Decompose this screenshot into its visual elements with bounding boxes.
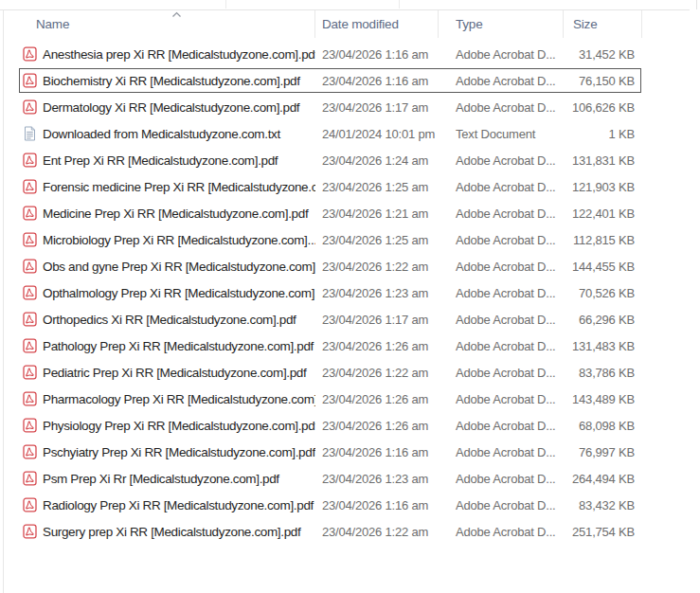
file-name-cell: Pathology Prep Xi RR [Medicalstudyzone.c… (4, 338, 315, 353)
file-row[interactable]: Ent Prep Xi RR [Medicalstudyzone.com].pd… (4, 147, 642, 173)
pdf-file-icon (23, 285, 37, 300)
file-row[interactable]: Downloaded from Medicalstudyzone.com.txt… (4, 120, 642, 147)
pdf-file-icon (23, 153, 37, 168)
file-date-modified: 23/04/2026 1:22 am (315, 260, 439, 274)
file-row[interactable]: Forensic medicine Prep Xi RR [Medicalstu… (4, 173, 642, 200)
column-header-size[interactable]: Size (564, 10, 642, 38)
file-type: Adobe Acrobat D... (439, 286, 564, 300)
file-name: Pediatric Prep Xi RR [Medicalstudyzone.c… (43, 366, 306, 380)
file-name-cell: Medicine Prep Xi RR [Medicalstudyzone.co… (4, 206, 315, 221)
file-date-modified: 23/04/2026 1:26 am (315, 392, 439, 406)
file-row[interactable]: Physiology Prep Xi RR [Medicalstudyzone.… (4, 412, 642, 439)
file-row[interactable]: Opthalmology Prep Xi RR [Medicalstudyzon… (4, 279, 642, 306)
file-date-modified: 23/04/2026 1:16 am (315, 498, 439, 512)
file-row[interactable]: Microbiology Prep Xi RR [Medicalstudyzon… (4, 226, 642, 253)
file-type: Adobe Acrobat D... (439, 180, 564, 194)
pdf-file-icon (23, 444, 37, 459)
column-header-name-label: Name (36, 17, 69, 31)
file-name-cell: Dermatology Xi RR [Medicalstudyzone.com]… (4, 99, 315, 115)
file-type: Adobe Acrobat D... (439, 233, 564, 247)
file-row[interactable]: Anesthesia prep Xi RR [Medicalstudyzone.… (4, 41, 642, 67)
file-type: Adobe Acrobat D... (439, 445, 564, 459)
pdf-file-icon (23, 259, 37, 274)
file-name-cell: Microbiology Prep Xi RR [Medicalstudyzon… (4, 232, 315, 247)
file-date-modified: 23/04/2026 1:21 am (315, 207, 439, 221)
file-size: 251,754 KB (564, 525, 642, 539)
file-type: Adobe Acrobat D... (439, 339, 564, 353)
file-name: Medicine Prep Xi RR [Medicalstudyzone.co… (43, 207, 308, 221)
file-size: 112,815 KB (564, 233, 642, 247)
file-row[interactable]: Pathology Prep Xi RR [Medicalstudyzone.c… (4, 332, 642, 359)
file-type: Adobe Acrobat D... (439, 419, 564, 433)
file-row[interactable]: Radiology Prep Xi RR [Medicalstudyzone.c… (4, 492, 642, 518)
file-date-modified: 23/04/2026 1:16 am (315, 74, 439, 88)
file-type: Adobe Acrobat D... (439, 525, 564, 539)
file-size: 83,786 KB (564, 366, 642, 380)
pdf-file-icon (23, 471, 37, 486)
sort-ascending-icon (171, 11, 182, 18)
file-name: Biochemistry Xi RR [Medicalstudyzone.com… (43, 74, 300, 88)
cropped-toolbar-strip (0, 0, 700, 9)
file-date-modified: 23/04/2026 1:17 am (315, 100, 439, 115)
file-name: Radiology Prep Xi RR [Medicalstudyzone.c… (43, 498, 314, 512)
file-size: 106,626 KB (564, 100, 642, 115)
column-header-size-label: Size (573, 17, 597, 31)
file-row[interactable]: Medicine Prep Xi RR [Medicalstudyzone.co… (4, 200, 642, 226)
file-name-cell: Biochemistry Xi RR [Medicalstudyzone.com… (4, 73, 315, 88)
pdf-file-icon (23, 418, 37, 433)
file-type: Adobe Acrobat D... (439, 366, 564, 380)
file-row[interactable]: Surgery prep Xi RR [Medicalstudyzone.com… (4, 518, 642, 545)
file-row[interactable]: Pschyiatry Prep Xi RR [Medicalstudyzone.… (4, 439, 642, 465)
file-date-modified: 23/04/2026 1:23 am (315, 472, 439, 486)
file-size: 76,150 KB (564, 74, 642, 88)
file-row[interactable]: Pharmacology Prep Xi RR [Medicalstudyzon… (4, 386, 642, 412)
file-row[interactable]: Obs and gyne Prep Xi RR [Medicalstudyzon… (4, 253, 642, 279)
file-type: Adobe Acrobat D... (439, 392, 564, 406)
column-header-name[interactable]: Name (4, 10, 315, 38)
pdf-file-icon (23, 391, 37, 406)
file-type: Adobe Acrobat D... (439, 207, 564, 221)
file-size: 122,401 KB (564, 207, 642, 221)
file-row[interactable]: Orthopedics Xi RR [Medicalstudyzone.com]… (4, 306, 642, 332)
file-size: 143,489 KB (564, 392, 642, 406)
file-size: 68,098 KB (564, 419, 642, 433)
column-header-date-modified[interactable]: Date modified (315, 10, 439, 38)
file-name: Pathology Prep Xi RR [Medicalstudyzone.c… (43, 339, 314, 353)
pdf-file-icon (23, 497, 37, 512)
file-size: 264,494 KB (564, 472, 642, 486)
file-row[interactable]: Psm Prep Xi Rr [Medicalstudyzone.com].pd… (4, 465, 642, 492)
file-name-cell: Pharmacology Prep Xi RR [Medicalstudyzon… (4, 391, 315, 406)
file-type: Adobe Acrobat D... (439, 153, 564, 168)
pdf-file-icon (23, 99, 37, 115)
column-header-type-label: Type (456, 17, 482, 31)
file-date-modified: 23/04/2026 1:22 am (315, 525, 439, 539)
file-size: 131,831 KB (564, 153, 642, 168)
file-size: 1 KB (564, 127, 642, 141)
file-name-cell: Pediatric Prep Xi RR [Medicalstudyzone.c… (4, 365, 315, 380)
file-type: Adobe Acrobat D... (439, 472, 564, 486)
file-type: Adobe Acrobat D... (439, 313, 564, 327)
file-name-cell: Physiology Prep Xi RR [Medicalstudyzone.… (4, 418, 315, 433)
file-size: 66,296 KB (564, 313, 642, 327)
file-type: Text Document (439, 127, 564, 141)
file-name: Anesthesia prep Xi RR [Medicalstudyzone.… (43, 47, 315, 62)
file-name-cell: Anesthesia prep Xi RR [Medicalstudyzone.… (4, 46, 315, 62)
file-size: 70,526 KB (564, 286, 642, 300)
file-row[interactable]: Biochemistry Xi RR [Medicalstudyzone.com… (4, 67, 642, 94)
file-name: Microbiology Prep Xi RR [Medicalstudyzon… (43, 233, 315, 247)
file-row[interactable]: Dermatology Xi RR [Medicalstudyzone.com]… (4, 94, 642, 120)
column-header-row: Name Date modified Type Size (4, 10, 642, 38)
file-name: Ent Prep Xi RR [Medicalstudyzone.com].pd… (43, 153, 278, 168)
pdf-file-icon (23, 365, 37, 380)
file-name: Psm Prep Xi Rr [Medicalstudyzone.com].pd… (43, 472, 279, 486)
column-header-type[interactable]: Type (439, 10, 564, 38)
toolbar-separator (399, 0, 400, 9)
column-header-date-label: Date modified (322, 17, 399, 31)
pdf-file-icon (23, 232, 37, 247)
file-date-modified: 23/04/2026 1:17 am (315, 313, 439, 327)
file-row[interactable]: Pediatric Prep Xi RR [Medicalstudyzone.c… (4, 359, 642, 386)
file-name: Opthalmology Prep Xi RR [Medicalstudyzon… (43, 286, 315, 300)
file-type: Adobe Acrobat D... (439, 100, 564, 115)
file-size: 83,432 KB (564, 498, 642, 512)
file-size: 31,452 KB (564, 47, 642, 62)
